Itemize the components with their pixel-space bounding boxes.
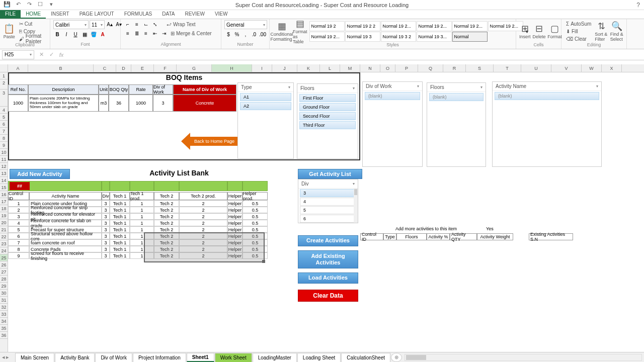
sheet-tab[interactable]: Project Information <box>133 353 186 362</box>
create-activities-button[interactable]: Create Activities <box>298 235 358 246</box>
row-header[interactable]: 27 <box>0 268 8 276</box>
column-header[interactable]: W <box>582 64 602 72</box>
align-top-icon[interactable]: ⌐ <box>124 20 132 28</box>
column-header[interactable]: F <box>154 64 177 72</box>
table-row[interactable]: 4Reinforce concrete for slab on grade3Te… <box>8 220 268 226</box>
column-header[interactable]: U <box>521 64 551 72</box>
inc-dec-icon[interactable]: .0 <box>250 30 258 38</box>
column-header[interactable]: I <box>252 64 272 72</box>
boq-cell[interactable]: m3 <box>99 95 109 112</box>
cell-style-item[interactable]: Normal 19 2... <box>417 21 452 31</box>
grow-font-icon[interactable]: A▴ <box>106 20 114 28</box>
wrap-text-button[interactable]: ⮐ Wrap Text <box>165 21 197 28</box>
slicer-divwork[interactable]: Div of Work▾ (blank) <box>362 81 423 167</box>
row-header[interactable]: 35 <box>0 325 8 332</box>
row-header[interactable]: 34 <box>0 318 8 325</box>
font-color-button[interactable]: A <box>99 30 107 38</box>
sheet-tab[interactable]: Sheet1 <box>187 353 214 362</box>
format-cells-button[interactable]: ▢Format <box>548 20 562 42</box>
slicer-item[interactable]: A2 <box>240 102 291 110</box>
slicer-item[interactable]: Third Floor <box>299 121 356 129</box>
add-new-activity-button[interactable]: Add New Activity <box>10 169 70 179</box>
sheet-tab[interactable]: LoadingMaster <box>253 353 297 362</box>
row-header[interactable]: 6 <box>0 121 8 128</box>
ribbon-tab-file[interactable]: FILE <box>0 10 21 19</box>
format-painter-button[interactable]: 🖌 Format Painter <box>18 35 47 42</box>
slicer-item[interactable]: (blank) <box>365 92 420 100</box>
number-format-combo[interactable]: General▾ <box>224 20 267 29</box>
sheet-tab[interactable]: Main Screen <box>15 353 54 362</box>
orientation-icon[interactable]: ⤡ <box>151 20 159 28</box>
div-slicer-item[interactable]: 6 <box>300 215 356 223</box>
row-header[interactable]: 23 <box>0 240 8 247</box>
row-header[interactable]: 8 <box>0 135 8 142</box>
row-header[interactable]: 31 <box>0 297 8 304</box>
save-icon[interactable]: 💾 <box>3 1 11 9</box>
column-header[interactable]: H <box>212 64 252 72</box>
sheet-nav-next-icon[interactable]: ▸ <box>6 354 9 360</box>
cell-style-item[interactable]: Normal 19 2... <box>381 21 416 31</box>
row-header[interactable]: 15 <box>0 184 8 191</box>
boq-cell[interactable]: Plain concrete 20MPa for blinding thickn… <box>28 95 99 112</box>
row-header[interactable]: 16 <box>0 191 8 198</box>
column-header[interactable]: S <box>466 64 494 72</box>
align-left-icon[interactable]: ≡ <box>124 29 132 37</box>
slicer-floors2[interactable]: Floors▾ (blank) <box>427 82 486 167</box>
cell-style-item[interactable]: Normal 19 2 <box>309 21 345 31</box>
row-header[interactable]: 21 <box>0 226 8 233</box>
ribbon-tab-home[interactable]: HOME <box>21 10 46 19</box>
row-header[interactable]: 20 <box>0 219 8 226</box>
boq-cell[interactable]: 3 <box>153 95 173 112</box>
clear-data-button[interactable]: Clear Data <box>298 290 358 302</box>
cancel-formula-icon[interactable]: ✕ <box>36 51 46 58</box>
column-header[interactable]: Q <box>418 64 443 72</box>
currency-icon[interactable]: $ <box>224 30 232 38</box>
get-activity-list-button[interactable]: Get Activity List <box>298 169 362 179</box>
indent-dec-icon[interactable]: ⇤ <box>151 29 159 37</box>
ribbon-tab-formulas[interactable]: FORMULAS <box>119 10 157 19</box>
row-header[interactable]: 18 <box>0 205 8 212</box>
row-header[interactable]: 2 <box>0 79 8 89</box>
qat-more-icon[interactable]: ▾ <box>47 1 55 9</box>
sheet-tab[interactable]: Div of Work <box>95 353 132 362</box>
delete-cells-button[interactable]: ⊟Delete <box>533 20 546 42</box>
div-slicer-item[interactable]: 5 <box>300 206 356 214</box>
select-all-corner[interactable] <box>0 64 8 72</box>
row-header[interactable]: 10 <box>0 149 8 156</box>
row-header[interactable]: 11 <box>0 156 8 163</box>
row-header[interactable]: 24 <box>0 247 8 254</box>
filter-icon[interactable]: ▾ <box>596 84 598 88</box>
boq-cell[interactable]: 1000 <box>129 95 153 112</box>
sheet-tab[interactable]: Loading Sheet <box>297 353 341 362</box>
row-header[interactable]: 3 <box>0 89 8 107</box>
row-header[interactable]: 36 <box>0 332 8 339</box>
load-activities-button[interactable]: Load Activities <box>298 273 358 284</box>
row-header[interactable]: 5 <box>0 114 8 121</box>
div-slicer-item[interactable]: 3 <box>300 189 356 197</box>
row-header[interactable]: 12 <box>0 163 8 170</box>
filter-icon[interactable]: ▾ <box>353 182 355 186</box>
slicer-type[interactable]: Type▾ A1A2 <box>237 82 294 159</box>
row-header[interactable]: 1 <box>0 72 8 79</box>
cell-style-item[interactable]: Normal 19 2... <box>452 21 488 31</box>
font-name-combo[interactable]: Calibri▾ <box>53 20 89 29</box>
boq-cell[interactable]: 1000 <box>8 95 28 112</box>
touch-icon[interactable]: ☐ <box>36 1 44 9</box>
column-header[interactable]: T <box>494 64 521 72</box>
column-header[interactable]: D <box>116 64 131 72</box>
table-row[interactable]: 6Structural screed above hollow core3Tec… <box>8 233 268 239</box>
name-box[interactable]: H25▾ <box>2 50 34 59</box>
slicer-item[interactable]: (blank) <box>429 93 484 101</box>
row-header[interactable]: 22 <box>0 233 8 240</box>
bold-button[interactable]: B <box>53 30 61 38</box>
ribbon-tab-data[interactable]: DATA <box>157 10 180 19</box>
cell-style-item[interactable]: Normal <box>452 32 488 42</box>
slicer-item[interactable]: (blank) <box>495 92 599 100</box>
row-header[interactable]: 25 <box>0 254 8 261</box>
row-header[interactable]: 17 <box>0 198 8 205</box>
merge-center-button[interactable]: ⊞ Merge & Center <box>169 30 213 37</box>
row-header[interactable]: 4 <box>0 107 8 114</box>
row-header[interactable]: 19 <box>0 212 8 219</box>
table-row[interactable]: 9screed for floors to receive finishing3… <box>8 252 268 259</box>
slicer-activity-name[interactable]: Activity Name▾ (blank) <box>492 81 602 167</box>
